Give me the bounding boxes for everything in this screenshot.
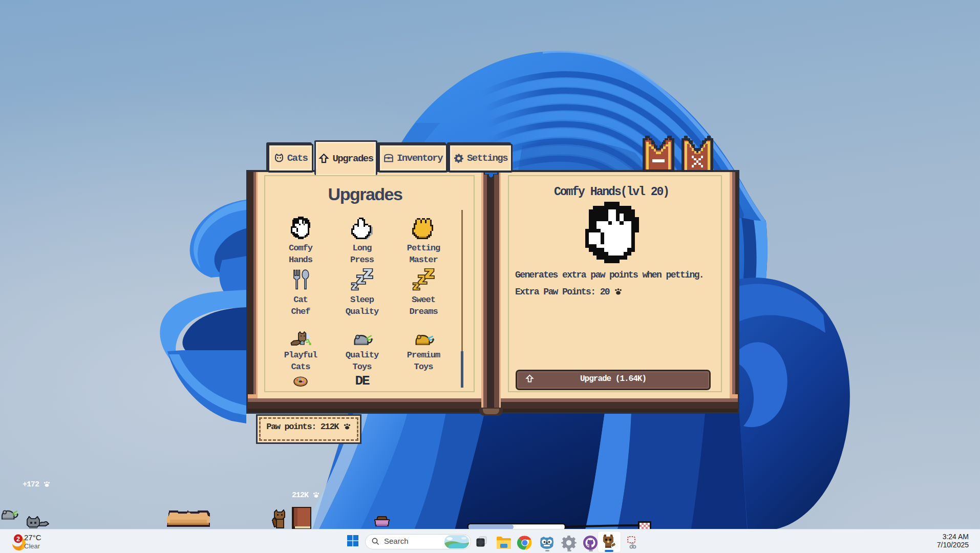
svg-text:2: 2: [16, 536, 20, 543]
